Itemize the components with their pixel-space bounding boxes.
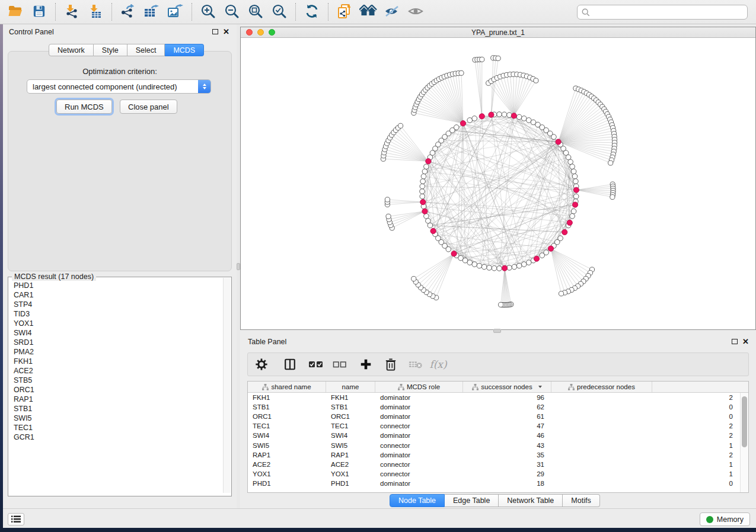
node-table-scrollbar[interactable] [740,393,748,492]
cell-predecessor-nodes[interactable]: 0 [551,403,740,411]
cell-name[interactable]: ORC1 [326,413,375,420]
network-window-titlebar[interactable]: YPA_prune.txt_1 [241,27,755,38]
run-mcds-button[interactable]: Run MCDS [56,100,112,114]
cell-predecessor-nodes[interactable]: 2 [551,394,740,401]
network-hub-node[interactable] [502,265,507,271]
export-image-button[interactable] [165,2,186,22]
table-row[interactable]: SWI4SWI4dominator462 [248,431,740,440]
network-hub-node[interactable] [572,202,578,207]
tab-motifs[interactable]: Motifs [563,494,599,507]
cell-MCDS-role[interactable]: connector [375,442,463,449]
network-graph-canvas[interactable] [241,38,755,329]
network-node[interactable] [426,218,431,223]
network-node[interactable] [497,112,502,117]
hide-selected-button[interactable] [382,2,402,22]
network-node[interactable] [572,174,578,179]
cell-successor-nodes[interactable]: 31 [463,461,551,468]
panel-list-button[interactable] [8,513,24,525]
network-node[interactable] [472,262,477,267]
zoom-out-button[interactable] [222,2,242,22]
network-node[interactable] [534,78,538,83]
column-header-MCDS-role[interactable]: MCDS role [375,382,463,392]
mcds-result-item[interactable]: PMA2 [9,347,224,357]
table-row[interactable]: ORC1ORC1dominator610 [248,412,740,421]
cell-predecessor-nodes[interactable]: 0 [551,480,740,487]
cell-MCDS-role[interactable]: dominator [375,451,463,459]
select-all-rows-button[interactable] [307,355,325,373]
cell-name[interactable]: YOX1 [326,470,375,477]
tab-edge-table[interactable]: Edge Table [445,494,499,507]
deselect-all-rows-button[interactable] [331,355,349,373]
tab-network[interactable]: Network [49,44,94,56]
network-node[interactable] [496,56,500,60]
close-panel-button[interactable]: Close panel [120,100,177,114]
cell-shared-name[interactable]: ACE2 [248,461,326,468]
table-row[interactable]: PHD1PHD1dominator180 [248,479,740,488]
cell-shared-name[interactable]: SWI4 [248,432,326,439]
network-node[interactable] [526,260,531,265]
network-hub-node[interactable] [534,256,539,261]
network-node[interactable] [566,155,571,160]
cell-shared-name[interactable]: YOX1 [248,470,326,477]
cell-successor-nodes[interactable]: 47 [463,422,551,430]
cell-MCDS-role[interactable]: connector [375,470,463,477]
network-hub-node[interactable] [422,209,428,214]
delete-column-button[interactable] [382,355,400,373]
mcds-result-item[interactable]: SWI4 [9,328,224,338]
cell-predecessor-nodes[interactable]: 2 [551,422,740,430]
column-header-name[interactable]: name [326,382,375,392]
column-header-predecessor-nodes[interactable]: predecessor nodes [551,382,652,392]
network-node[interactable] [521,116,527,121]
network-node[interactable] [480,57,484,62]
network-node[interactable] [516,263,522,268]
cell-shared-name[interactable]: PHD1 [248,480,326,487]
column-header-shared-name[interactable]: shared name [248,382,326,392]
mcds-result-item[interactable]: YOX1 [9,319,224,328]
table-row[interactable]: RAP1RAP1dominator352 [248,450,740,460]
open-file-button[interactable] [5,2,25,22]
export-network-button[interactable] [118,2,138,22]
cell-successor-nodes[interactable]: 43 [463,442,551,449]
network-node[interactable] [568,159,573,165]
network-node[interactable] [420,179,426,184]
network-hub-node[interactable] [489,112,494,117]
network-node[interactable] [610,194,615,199]
tab-node-table[interactable]: Node Table [390,494,445,507]
cell-successor-nodes[interactable]: 96 [463,394,551,401]
cell-successor-nodes[interactable]: 62 [463,403,551,411]
cell-predecessor-nodes[interactable]: 1 [551,470,740,477]
network-node[interactable] [487,265,492,271]
cell-MCDS-role[interactable]: connector [375,422,463,430]
column-header-successor-nodes[interactable]: successor nodes [463,382,551,392]
network-node[interactable] [573,179,579,184]
tab-network-table[interactable]: Network Table [499,494,563,507]
cell-shared-name[interactable]: STB1 [248,403,326,411]
tab-style[interactable]: Style [94,44,127,56]
cell-shared-name[interactable]: TEC1 [248,422,326,430]
cell-successor-nodes[interactable]: 61 [463,413,551,420]
network-hub-node[interactable] [426,159,431,164]
home-layout-button[interactable] [358,2,378,22]
cell-predecessor-nodes[interactable]: 1 [551,461,740,468]
clone-network-button[interactable] [334,2,355,22]
table-row[interactable]: YOX1YOX1connector291 [248,469,740,479]
network-node[interactable] [502,112,507,117]
network-node[interactable] [412,276,416,281]
scrollbar-thumb[interactable] [742,396,747,447]
cell-MCDS-role[interactable]: dominator [375,394,463,401]
cell-successor-nodes[interactable]: 18 [463,480,551,487]
tab-select[interactable]: Select [127,44,165,56]
cell-name[interactable]: PHD1 [326,480,375,487]
network-node[interactable] [398,123,403,128]
zoom-in-button[interactable] [198,2,218,22]
mcds-result-item[interactable]: TEC1 [9,423,224,432]
network-node[interactable] [481,264,487,270]
memory-button[interactable]: Memory [700,512,750,526]
network-node[interactable] [424,213,429,219]
mcds-result-item[interactable]: FKH1 [9,357,224,366]
close-panel-icon[interactable]: ✕ [742,339,749,344]
table-settings-button[interactable] [253,355,270,373]
table-row[interactable]: FKH1FKH1dominator962 [248,393,740,402]
network-node[interactable] [467,260,473,265]
mcds-result-item[interactable]: ORC1 [9,385,224,395]
